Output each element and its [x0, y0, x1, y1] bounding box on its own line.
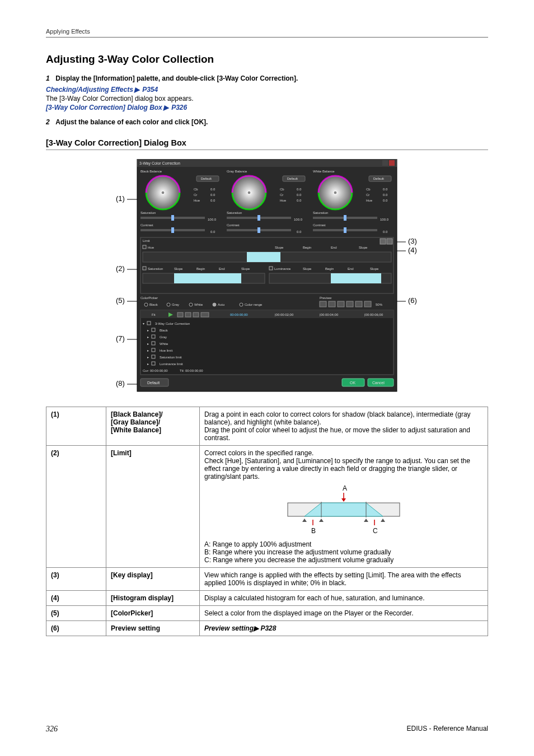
row-desc: Correct colors in the specified range. C… [200, 446, 488, 568]
cr-val: 0.0 [383, 193, 388, 197]
default-label: Default [287, 177, 298, 180]
svg-text:Gray: Gray [160, 335, 167, 339]
preview-button-5[interactable] [355, 301, 362, 307]
add-key-icon[interactable] [201, 312, 209, 317]
step-text: Display the [Information] palette, and d… [55, 74, 298, 82]
preview-button-3[interactable] [338, 301, 344, 307]
svg-text:▸: ▸ [147, 349, 149, 352]
cr-label: Cr [194, 193, 197, 197]
cb-label: Cb [194, 188, 198, 191]
table-row: (6) Preview setting Preview setting▶ P32… [46, 621, 488, 636]
loop-icon[interactable] [177, 312, 183, 317]
ok-label: OK [350, 381, 355, 385]
preview-button-1[interactable] [320, 301, 326, 307]
contrast-val: 0.0 [297, 230, 302, 234]
page-title: Adjusting 3-Way Color Collection [46, 53, 488, 66]
cb-label: Cb [366, 188, 371, 191]
plain-text: The [3-Way Color Correction] dialog box … [46, 95, 488, 102]
svg-text:▾: ▾ [143, 322, 144, 325]
default-label: Default [147, 381, 160, 385]
preview-button-6[interactable] [364, 301, 371, 307]
radio-label: White [194, 303, 203, 306]
fit-label[interactable]: Fit [152, 313, 156, 316]
preview-button-2[interactable] [329, 301, 335, 307]
svg-text:Luminance limit: Luminance limit [160, 362, 183, 366]
prev-key-icon[interactable] [185, 312, 191, 317]
radio-auto[interactable] [213, 303, 216, 306]
saturation-label: Saturation [148, 267, 163, 270]
cr-label: Cr [366, 193, 369, 197]
saturation-label: Saturation [140, 211, 156, 214]
svg-marker-54 [302, 519, 307, 522]
hue-val: 0.0 [210, 199, 216, 202]
link-dialog-box[interactable]: [3-Way Color Correction] Dialog Box▶ P32… [46, 104, 488, 111]
link-page: P354 [142, 86, 158, 94]
svg-rect-32 [152, 335, 155, 338]
luminance-label: Luminance [274, 267, 291, 270]
arrow-icon: ▶ [134, 86, 139, 94]
label-a: A [343, 485, 347, 492]
key-display-icon[interactable] [380, 239, 386, 244]
row-id: (5) [46, 606, 106, 621]
saturation-checkbox[interactable] [143, 267, 146, 270]
svg-rect-14 [257, 215, 260, 221]
field-label: Slope [303, 267, 312, 270]
radio-gray[interactable] [167, 303, 170, 306]
next-key-icon[interactable] [193, 312, 199, 317]
radio-black[interactable] [144, 303, 148, 306]
arrow-icon: ▶ [163, 104, 168, 111]
cb-val: 0.0 [383, 188, 388, 191]
time-mark: 00:00:00;00 [230, 313, 248, 316]
svg-rect-18 [344, 227, 346, 233]
cb-val: 0.0 [210, 188, 216, 191]
callout-6: (6) [408, 296, 417, 305]
step-number: 1 [46, 74, 54, 82]
radio-color-range[interactable] [240, 303, 243, 306]
hue-label: Hue [366, 199, 373, 202]
close-icon[interactable] [389, 160, 395, 166]
preview-button-4[interactable] [346, 301, 353, 307]
svg-rect-26 [147, 321, 151, 325]
field-label: Begin [303, 246, 311, 249]
page-number: 326 [46, 725, 58, 734]
radio-label: Gray [172, 303, 179, 306]
time-mark: |00:00:02;00 [275, 313, 294, 316]
contrast-label: Contrast [313, 223, 326, 227]
svg-rect-17 [344, 215, 346, 221]
colorpicker-title: ColorPicker [140, 296, 158, 300]
svg-rect-12 [171, 227, 174, 233]
link-checking-effects[interactable]: Checking/Adjusting Effects▶ P354 [46, 86, 488, 94]
step-2: 2 Adjust the balance of each color and c… [46, 118, 488, 126]
radio-white[interactable] [189, 303, 193, 306]
link-page: P328 [260, 624, 276, 632]
svg-point-16 [334, 191, 337, 194]
svg-point-13 [247, 191, 251, 194]
white-balance-label: White Balance [313, 170, 335, 173]
step-1: 1 Display the [Information] palette, and… [46, 74, 488, 82]
ttl-time: Ttl: 00:00:00;00 [180, 369, 203, 372]
callout-5: (5) [116, 296, 125, 305]
svg-rect-15 [257, 227, 260, 233]
tree-item[interactable]: ▸Luminance limit [147, 362, 183, 366]
tree-item[interactable]: ▸Saturation limit [147, 355, 182, 359]
minimize-icon[interactable] [382, 160, 388, 166]
svg-rect-20 [247, 252, 280, 262]
svg-marker-53 [364, 519, 368, 522]
svg-rect-29 [152, 328, 155, 332]
default-label: Default [201, 177, 212, 180]
svg-text:Black: Black [160, 329, 168, 332]
callout-3: (3) [408, 237, 417, 245]
preview-title: Preview [320, 296, 332, 300]
cr-val: 0.0 [210, 193, 216, 197]
luminance-checkbox[interactable] [269, 267, 273, 270]
tree-item[interactable]: ▾3-Way Color Correction [143, 321, 190, 325]
link-preview-setting[interactable]: Preview setting▶ P328 [204, 624, 276, 632]
field-label: Slope [370, 267, 379, 270]
subheading: [3-Way Color Correction] Dialog Box [46, 138, 488, 150]
svg-text:▸: ▸ [147, 329, 149, 332]
histogram-display-icon[interactable] [387, 239, 392, 244]
field-label: End [348, 267, 354, 270]
hue-checkbox[interactable] [143, 245, 146, 249]
svg-rect-11 [171, 215, 174, 221]
cancel-label: Cancel [372, 381, 385, 385]
